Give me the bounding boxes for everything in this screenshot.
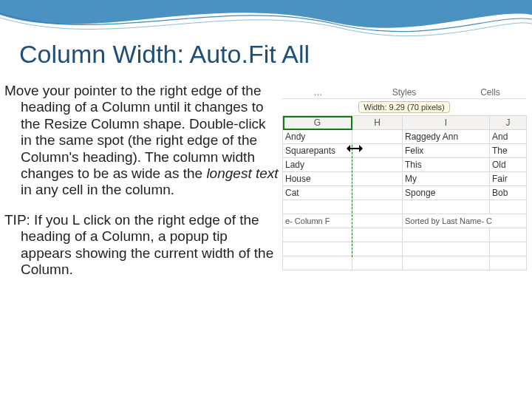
resize-guide-line	[352, 145, 352, 257]
cell: The	[490, 144, 527, 158]
cell: Felix	[403, 144, 490, 158]
p1-emphasis: longest text	[206, 166, 278, 181]
ribbon-seg-styles: Styles	[354, 86, 454, 98]
cell	[352, 172, 403, 186]
cell: Lady	[283, 158, 352, 172]
p1-post: in any cell in the column.	[21, 182, 174, 197]
spreadsheet-screenshot: … Styles Cells Width: 9.29 (70 pixels) G…	[282, 86, 526, 278]
table-row: House My Fair	[283, 172, 527, 186]
table-row	[283, 228, 527, 242]
cell: Andy	[283, 130, 352, 144]
ribbon-seg-cells: Cells	[454, 86, 526, 98]
footer-left: e- Column F	[283, 214, 403, 228]
paragraph-2: TIP: If you L click on the right edge of…	[4, 212, 279, 279]
table-row	[283, 242, 527, 256]
cell: Old	[490, 158, 527, 172]
table-row: Andy Raggedy Ann And	[283, 130, 527, 144]
decorative-wave	[0, 0, 532, 43]
slide: Column Width: Auto.Fit All Move your poi…	[0, 0, 532, 399]
table-row: Cat Sponge Bob	[283, 186, 527, 200]
cell	[352, 158, 403, 172]
cell: Cat	[283, 186, 352, 200]
column-header-row: G H I J	[283, 116, 527, 130]
col-header-h: H	[352, 116, 403, 130]
cell: Squarepants	[283, 144, 352, 158]
width-tooltip-bar: Width: 9.29 (70 pixels)	[282, 99, 526, 115]
table-row: Squarepants Felix The	[283, 144, 527, 158]
cell: Bob	[490, 186, 527, 200]
cell: Fair	[490, 172, 527, 186]
body-text: Move your pointer to the right edge of t…	[4, 83, 279, 291]
spreadsheet-table: G H I J Andy Raggedy Ann And Squarepants…	[282, 115, 527, 270]
cell: My	[403, 172, 490, 186]
footer-right: Sorted by Last Name- C	[403, 214, 527, 228]
cell: Raggedy Ann	[403, 130, 490, 144]
page-title: Column Width: Auto.Fit All	[19, 40, 310, 69]
cell	[352, 186, 403, 200]
cell: Sponge	[403, 186, 490, 200]
grid: G H I J Andy Raggedy Ann And Squarepants…	[282, 115, 526, 270]
cell: House	[283, 172, 352, 186]
col-header-g: G	[283, 116, 352, 130]
ribbon-seg-1: …	[282, 86, 354, 98]
cell: This	[403, 158, 490, 172]
table-row	[283, 256, 527, 270]
footer-row: e- Column F Sorted by Last Name- C	[283, 214, 527, 228]
table-row	[283, 200, 527, 214]
col-header-j: J	[490, 116, 527, 130]
ribbon-fragment: … Styles Cells	[282, 86, 526, 99]
cell: And	[490, 130, 527, 144]
paragraph-1: Move your pointer to the right edge of t…	[4, 83, 279, 199]
width-tooltip: Width: 9.29 (70 pixels)	[358, 101, 449, 113]
col-header-i: I	[403, 116, 490, 130]
table-row: Lady This Old	[283, 158, 527, 172]
cell	[352, 130, 403, 144]
